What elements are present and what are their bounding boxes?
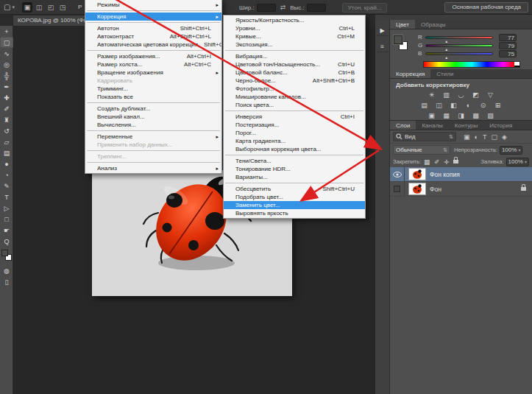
brightness-contrast-icon[interactable]: ☀ bbox=[426, 91, 437, 99]
crop-tool[interactable]: ╬ bbox=[0, 70, 13, 81]
menu-item[interactable]: Выборочная коррекция цвета... bbox=[224, 145, 365, 153]
color-swatches[interactable] bbox=[0, 249, 13, 265]
menu-item-correction[interactable]: Коррекция bbox=[85, 13, 221, 21]
rectangular-marquee-tool[interactable]: ▢ bbox=[0, 37, 13, 48]
menu-item[interactable]: Микширование каналов... bbox=[224, 93, 365, 101]
hand-tool[interactable]: ☛ bbox=[0, 225, 13, 236]
move-tool[interactable]: + bbox=[0, 26, 13, 37]
menu-item[interactable]: Автоконтраст Alt+Shift+Ctrl+L bbox=[85, 32, 221, 41]
photo-filter-icon[interactable]: ◐ bbox=[463, 101, 474, 110]
menu-item[interactable]: Автоматическая цветовая коррекция Shift+… bbox=[85, 41, 221, 49]
tab-swatches[interactable]: Образцы bbox=[415, 20, 452, 29]
filter-smart-objects-icon[interactable]: ◈ bbox=[502, 133, 507, 141]
levels-icon[interactable]: ▥ bbox=[441, 91, 452, 99]
menu-item[interactable]: Автотон Shift+Ctrl+L bbox=[85, 24, 221, 32]
brush-tool[interactable]: ✐ bbox=[0, 103, 13, 114]
green-slider[interactable]: ▲ bbox=[425, 44, 493, 47]
menu-item[interactable]: Тени/Света... bbox=[224, 157, 365, 165]
pen-tool[interactable]: ✎ bbox=[0, 180, 13, 191]
blend-mode-dropdown[interactable]: Обычные ⇅ bbox=[393, 145, 450, 155]
fill-field[interactable]: 100%▾ bbox=[506, 158, 529, 166]
gradient-map-icon[interactable]: ▩ bbox=[470, 111, 481, 120]
height-field[interactable] bbox=[307, 4, 326, 12]
menu-item[interactable]: Инверсия Ctrl+I bbox=[224, 113, 365, 121]
red-slider[interactable]: ▲ bbox=[425, 36, 493, 39]
collapsed-panel-clone-source-icon[interactable]: ≡ bbox=[377, 42, 389, 52]
menu-item[interactable]: Обесцветить Shift+Ctrl+U bbox=[224, 185, 365, 193]
menu-item[interactable]: Карта градиента... bbox=[224, 137, 365, 145]
visibility-off-box[interactable] bbox=[394, 186, 400, 192]
tab-styles[interactable]: Стили bbox=[430, 69, 459, 78]
layer-row-background[interactable]: Фон bbox=[390, 182, 532, 197]
menu-item[interactable]: Выровнять яркость bbox=[224, 209, 365, 217]
layer-thumbnail[interactable] bbox=[408, 183, 426, 195]
clone-stamp-tool[interactable]: ♜ bbox=[0, 114, 13, 125]
filter-pixel-layers-icon[interactable]: ▣ bbox=[464, 133, 470, 141]
panel-foreground-swatch[interactable] bbox=[394, 35, 402, 44]
black-white-icon[interactable]: ◧ bbox=[448, 101, 459, 110]
lock-all-icon[interactable] bbox=[453, 160, 458, 163]
menu-item[interactable]: Вычисления... bbox=[85, 121, 221, 129]
slider-thumb-icon[interactable]: ▲ bbox=[444, 39, 448, 43]
gradient-tool[interactable]: ▤ bbox=[0, 147, 13, 158]
intersect-selection-mode-icon[interactable]: ◳ bbox=[57, 2, 68, 13]
tab-layers[interactable]: Слои bbox=[390, 121, 416, 130]
color-spectrum-ramp[interactable] bbox=[423, 61, 520, 68]
tab-adjustments[interactable]: Коррекция bbox=[390, 69, 430, 78]
invert-icon[interactable]: ▣ bbox=[426, 111, 437, 120]
quick-selection-tool[interactable]: ◎ bbox=[0, 59, 13, 70]
tab-channels[interactable]: Каналы bbox=[416, 121, 448, 130]
layer-filter-dropdown[interactable]: Вид ⇅ bbox=[393, 132, 456, 141]
menu-item[interactable]: Подобрать цвет... bbox=[224, 193, 365, 201]
layer-row-background-copy[interactable]: Фон копия bbox=[390, 167, 532, 182]
panel-color-swatches[interactable] bbox=[394, 35, 413, 53]
exposure-icon[interactable]: ◩ bbox=[470, 91, 481, 99]
eraser-tool[interactable]: ▱ bbox=[0, 136, 13, 147]
tool-preset-dropdown[interactable]: ▢ ▾ bbox=[4, 3, 15, 11]
collapsed-panel-arrow-icon[interactable]: ▶ bbox=[377, 26, 389, 36]
refine-edge-button[interactable]: Утон. край... bbox=[342, 3, 388, 13]
slider-thumb-icon[interactable]: ▲ bbox=[444, 55, 448, 60]
lasso-tool[interactable]: ∿ bbox=[0, 48, 13, 59]
channel-mixer-icon[interactable]: ⊙ bbox=[478, 101, 489, 110]
foreground-color-swatch[interactable] bbox=[1, 250, 8, 256]
filter-shape-layers-icon[interactable]: ▢ bbox=[491, 133, 497, 141]
menu-item[interactable]: Экспозиция... bbox=[224, 41, 365, 49]
filter-type-layers-icon[interactable]: T bbox=[483, 133, 487, 141]
zoom-tool[interactable]: Q bbox=[0, 236, 13, 247]
layer-thumbnail[interactable] bbox=[408, 168, 426, 180]
dodge-tool[interactable]: ◔ bbox=[0, 169, 13, 180]
quick-mask-button[interactable]: ◍ bbox=[0, 265, 13, 276]
tab-color[interactable]: Цвет bbox=[390, 20, 415, 29]
curves-icon[interactable]: ◡ bbox=[455, 91, 467, 99]
hue-saturation-icon[interactable]: ▤ bbox=[419, 101, 430, 110]
add-selection-mode-icon[interactable]: ◫ bbox=[34, 2, 44, 13]
menu-item[interactable]: Размер изображения... Alt+Ctrl+I bbox=[85, 52, 221, 60]
menu-item[interactable]: Внешний канал... bbox=[85, 113, 221, 121]
menu-item[interactable]: Тримминг... bbox=[85, 85, 221, 93]
blue-slider[interactable]: ▲ bbox=[425, 52, 493, 55]
menu-item[interactable]: Показать все bbox=[85, 93, 221, 101]
shape-tool[interactable]: □ bbox=[0, 214, 13, 225]
menu-item[interactable]: Порог... bbox=[224, 129, 365, 137]
width-field[interactable] bbox=[257, 4, 276, 12]
color-lookup-icon[interactable]: ⊞ bbox=[492, 101, 503, 110]
new-selection-mode-icon[interactable]: ▣ bbox=[22, 2, 32, 13]
menu-item[interactable]: Постеризация... bbox=[224, 121, 365, 129]
path-selection-tool[interactable]: ▷ bbox=[0, 203, 13, 214]
tab-paths[interactable]: Контуры bbox=[449, 121, 483, 130]
menu-item[interactable]: Анализ bbox=[85, 164, 221, 172]
threshold-icon[interactable]: ◨ bbox=[455, 111, 467, 120]
lock-transparency-icon[interactable]: ▦ bbox=[424, 158, 430, 166]
green-value-field[interactable]: 79 bbox=[499, 42, 517, 49]
swap-dimensions-icon[interactable]: ⇄ bbox=[280, 4, 286, 11]
lock-position-icon[interactable]: ✛ bbox=[444, 158, 449, 166]
menu-item[interactable]: Фотофильтр... bbox=[224, 85, 365, 93]
filter-adjustment-layers-icon[interactable]: ◐ bbox=[475, 133, 478, 141]
slider-thumb-icon[interactable]: ▲ bbox=[444, 47, 448, 52]
menu-item[interactable]: Яркость/Контрастность... bbox=[224, 16, 365, 24]
menu-item[interactable]: Треппинг... bbox=[85, 152, 221, 161]
posterize-icon[interactable]: ▦ bbox=[441, 111, 452, 120]
opacity-field[interactable]: 100%▾ bbox=[500, 146, 522, 155]
lock-brush-icon[interactable]: ✐ bbox=[434, 158, 439, 166]
